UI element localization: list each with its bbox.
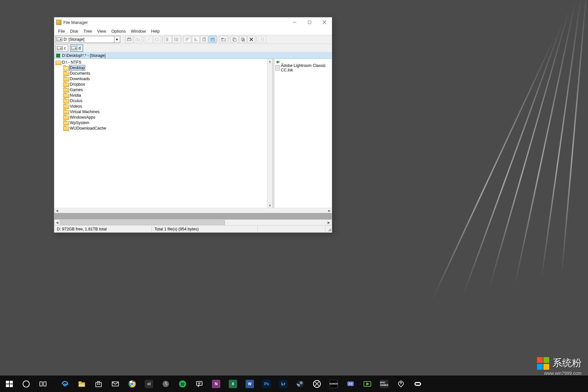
mdi-bottom-spacer <box>54 213 332 219</box>
close-button[interactable] <box>317 17 332 27</box>
tb-sort-size-button[interactable] <box>200 36 208 43</box>
taskbar-mail-icon[interactable] <box>107 376 123 392</box>
tb-newfolder-button[interactable] <box>220 36 227 43</box>
tb-view-name-button[interactable] <box>164 36 172 43</box>
cortana-button[interactable] <box>18 376 34 392</box>
taskbar-spotify-icon[interactable] <box>174 376 191 392</box>
tree-pane[interactable]: D:\ - NTFS DesktopDocumentsDownloadsDrop… <box>54 59 272 213</box>
tree-folder-label: Videos <box>70 104 82 109</box>
mdi-area: D:\Desktop\*.* - [Storage] D:\ - NTFS De… <box>54 52 332 219</box>
tree-folder-label: Games <box>70 87 83 92</box>
svg-rect-29 <box>211 38 214 41</box>
tree-folder[interactable]: Documents <box>56 70 271 76</box>
file-pane[interactable]: .. Adobe Lightroom Classic CC.lnk ◀▶ <box>274 59 332 213</box>
taskbar-store-icon[interactable] <box>90 376 107 392</box>
taskbar-chrome-icon[interactable] <box>124 376 140 392</box>
menu-view[interactable]: View <box>94 28 109 34</box>
tree-folder[interactable]: Games <box>56 87 271 92</box>
tb-sort-type-button[interactable] <box>192 36 200 43</box>
status-disk: D: 972GB free, 1.81TB total <box>54 226 152 232</box>
svg-rect-6 <box>136 39 140 41</box>
tree-folder[interactable]: Desktop <box>56 65 271 70</box>
taskbar-lightroom-icon[interactable]: Lr <box>275 376 291 392</box>
drive-tab-d[interactable]: d <box>70 45 83 52</box>
svg-rect-44 <box>40 382 42 386</box>
file-scrollbar-h[interactable]: ◀▶ <box>274 208 332 213</box>
drive-icon <box>57 37 62 41</box>
tb-sort-name-button[interactable] <box>184 36 191 43</box>
taskbar-photoshop-icon[interactable]: Ps <box>258 376 275 392</box>
scrollbar-thumb[interactable] <box>60 220 225 225</box>
menu-file[interactable]: File <box>56 28 68 34</box>
taskbar-oculus-icon[interactable] <box>410 376 426 392</box>
tree-folder[interactable]: Downloads <box>56 76 271 81</box>
task-view-button[interactable] <box>35 376 51 392</box>
menu-options[interactable]: Options <box>109 28 128 34</box>
tb-disconnect-button[interactable] <box>134 36 142 43</box>
tree-folder[interactable]: Oculus <box>56 98 271 103</box>
tree-folder[interactable]: WpSystem <box>56 120 271 125</box>
folder-icon <box>63 82 68 86</box>
tb-delete-button[interactable] <box>247 36 255 43</box>
tree-folder[interactable]: Videos <box>56 103 271 109</box>
tb-stopshare-button[interactable] <box>153 36 161 43</box>
svg-marker-69 <box>367 383 369 385</box>
taskbar-explorer-icon[interactable] <box>74 376 90 392</box>
app-icon <box>56 20 61 25</box>
taskbar-steam-icon[interactable] <box>292 376 308 392</box>
tree-folder[interactable]: WindowsApps <box>56 114 271 120</box>
watermark-url: www.win7999.com <box>537 371 582 376</box>
svg-rect-39 <box>6 381 9 384</box>
taskbar-terminal-icon[interactable]: cl <box>141 376 157 392</box>
svg-point-62 <box>301 382 302 383</box>
menu-tree[interactable]: Tree <box>81 28 94 34</box>
tree-folder[interactable]: Nvidia <box>56 92 271 98</box>
taskbar-gamebar-icon[interactable] <box>359 376 375 392</box>
taskbar-epic-icon[interactable]: EPICGAMES <box>376 376 392 392</box>
taskbar-xbox-icon[interactable] <box>309 376 325 392</box>
window-scrollbar-h[interactable]: ◀▶ <box>54 219 332 225</box>
menu-disk[interactable]: Disk <box>68 28 81 34</box>
taskbar-edge-icon[interactable] <box>57 376 73 392</box>
tb-security-button[interactable] <box>258 36 266 43</box>
tree-scrollbar-v[interactable]: ▲▼ <box>267 59 272 208</box>
file-item[interactable]: Adobe Lightroom Classic CC.lnk <box>276 65 331 70</box>
tree-folder[interactable]: Dropbox <box>56 81 271 87</box>
drive-dropdown[interactable]: D: [Storage] ▾ <box>56 36 120 43</box>
taskbar-destiny-icon[interactable] <box>393 376 409 392</box>
folder-icon <box>63 104 68 108</box>
minimize-button[interactable] <box>287 17 302 27</box>
svg-rect-12 <box>167 38 168 38</box>
taskbar-word-icon[interactable]: W <box>242 376 258 392</box>
tree-folder[interactable]: WUDownloadCache <box>56 125 271 131</box>
menu-help[interactable]: Help <box>149 28 163 34</box>
watermark-logo-icon <box>537 357 550 370</box>
start-button[interactable] <box>1 376 17 392</box>
svg-rect-10 <box>166 39 167 40</box>
tb-copy-button[interactable] <box>231 36 238 43</box>
tb-view-details-button[interactable] <box>173 36 180 43</box>
tb-sort-date-button[interactable] <box>209 36 216 43</box>
window-title: File Manager <box>63 20 287 25</box>
file-name-label: Adobe Lightroom Classic CC.lnk <box>281 63 331 72</box>
taskbar-onenote-icon[interactable]: N <box>208 376 224 392</box>
resize-grip[interactable]: ◢ <box>325 226 332 232</box>
folder-icon <box>63 115 68 119</box>
maximize-button[interactable] <box>302 17 317 27</box>
tree-folder[interactable]: Virtual Machines <box>56 109 271 114</box>
tb-move-button[interactable] <box>239 36 247 43</box>
titlebar[interactable]: File Manager <box>54 17 332 27</box>
drive-tab-c[interactable]: c <box>56 45 68 52</box>
taskbar-sonos-icon[interactable]: SONOS <box>326 376 342 392</box>
document-titlebar[interactable]: D:\Desktop\*.* - [Storage] <box>54 52 332 59</box>
svg-rect-40 <box>10 381 13 384</box>
taskbar-discord-icon[interactable] <box>342 376 359 392</box>
taskbar-excel-icon[interactable]: X <box>225 376 241 392</box>
tree-root[interactable]: D:\ - NTFS <box>56 59 271 65</box>
taskbar-clock-icon[interactable] <box>158 376 174 392</box>
tb-connect-button[interactable] <box>125 36 133 43</box>
taskbar-feedback-icon[interactable] <box>191 376 207 392</box>
folder-icon <box>63 121 68 125</box>
menu-window[interactable]: Window <box>128 28 148 34</box>
tb-share-button[interactable] <box>145 36 152 43</box>
